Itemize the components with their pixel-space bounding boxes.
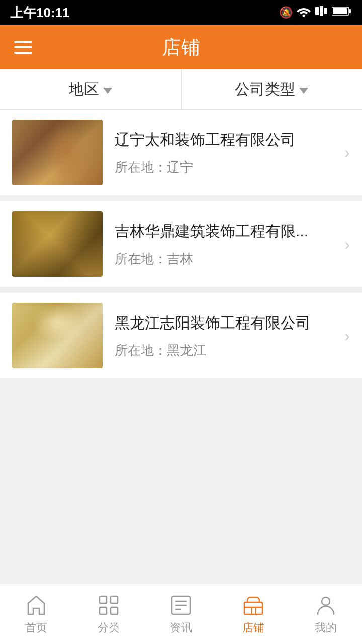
store-info: 黑龙江志阳装饰工程有限公司 所在地：黑龙江 xyxy=(103,312,344,359)
store-item[interactable]: 吉林华鼎建筑装饰工程有限... 所在地：吉林 › xyxy=(0,201,362,287)
store-list: 辽宁太和装饰工程有限公司 所在地：辽宁 › 吉林华鼎建筑装饰工程有限... 所在… xyxy=(0,110,362,584)
store-image-3 xyxy=(12,303,103,368)
store-item[interactable]: 辽宁太和装饰工程有限公司 所在地：辽宁 › xyxy=(0,110,362,195)
nav-item-store[interactable]: 店铺 xyxy=(217,584,290,644)
store-image-2 xyxy=(12,211,103,277)
chevron-right-icon: › xyxy=(344,143,350,162)
nav-item-category[interactable]: 分类 xyxy=(72,584,145,644)
page-title: 店铺 xyxy=(162,35,200,60)
store-icon xyxy=(241,593,265,617)
battery-icon xyxy=(332,6,352,19)
region-label: 地区 xyxy=(69,79,99,100)
company-type-filter[interactable]: 公司类型 xyxy=(182,69,363,109)
company-type-label: 公司类型 xyxy=(235,79,295,100)
store-label: 店铺 xyxy=(242,620,264,635)
svg-point-18 xyxy=(322,597,330,605)
svg-rect-15 xyxy=(244,602,262,614)
home-icon xyxy=(24,593,48,617)
news-label: 资讯 xyxy=(170,620,192,635)
category-label: 分类 xyxy=(98,620,120,635)
store-info: 辽宁太和装饰工程有限公司 所在地：辽宁 xyxy=(103,129,344,176)
mine-label: 我的 xyxy=(315,620,337,635)
signal-icon: 🔕 xyxy=(279,6,293,19)
chevron-right-icon: › xyxy=(344,327,350,345)
menu-button[interactable] xyxy=(14,41,32,54)
mine-icon xyxy=(314,593,338,617)
nav-item-home[interactable]: 首页 xyxy=(0,584,72,644)
svg-rect-3 xyxy=(324,8,327,14)
region-arrow-icon xyxy=(103,88,112,94)
store-location: 所在地：吉林 xyxy=(115,250,334,268)
home-label: 首页 xyxy=(25,620,47,635)
svg-rect-6 xyxy=(333,8,347,14)
nav-item-mine[interactable]: 我的 xyxy=(290,584,362,644)
store-name: 辽宁太和装饰工程有限公司 xyxy=(115,129,334,150)
region-filter[interactable]: 地区 xyxy=(0,69,182,109)
store-location: 所在地：黑龙江 xyxy=(115,342,334,359)
svg-rect-5 xyxy=(349,9,351,13)
store-name: 黑龙江志阳装饰工程有限公司 xyxy=(115,312,334,334)
store-info: 吉林华鼎建筑装饰工程有限... 所在地：吉林 xyxy=(103,221,344,268)
svg-rect-2 xyxy=(320,6,323,16)
category-icon xyxy=(97,593,121,617)
company-type-arrow-icon xyxy=(299,88,308,94)
status-time: 上午10:11 xyxy=(10,4,70,22)
store-name: 吉林华鼎建筑装饰工程有限... xyxy=(115,221,334,242)
svg-point-0 xyxy=(303,15,305,17)
header: 店铺 xyxy=(0,25,362,69)
bottom-nav: 首页 分类 资讯 店铺 我的 xyxy=(0,584,362,644)
nav-item-news[interactable]: 资讯 xyxy=(145,584,217,644)
status-bar: 上午10:11 🔕 xyxy=(0,0,362,25)
svg-rect-10 xyxy=(111,607,118,614)
svg-rect-17 xyxy=(251,607,255,614)
store-image-1 xyxy=(12,120,103,185)
svg-rect-1 xyxy=(315,7,319,15)
wifi-icon xyxy=(297,6,311,20)
chevron-right-icon: › xyxy=(344,235,350,254)
store-location: 所在地：辽宁 xyxy=(115,158,334,176)
svg-rect-8 xyxy=(111,596,118,603)
store-item[interactable]: 黑龙江志阳装饰工程有限公司 所在地：黑龙江 › xyxy=(0,293,362,378)
news-icon xyxy=(169,593,193,617)
svg-rect-9 xyxy=(100,607,107,614)
status-icons: 🔕 xyxy=(279,6,352,20)
filter-bar: 地区 公司类型 xyxy=(0,69,362,110)
sim-icon xyxy=(315,6,328,20)
svg-rect-7 xyxy=(100,596,107,603)
